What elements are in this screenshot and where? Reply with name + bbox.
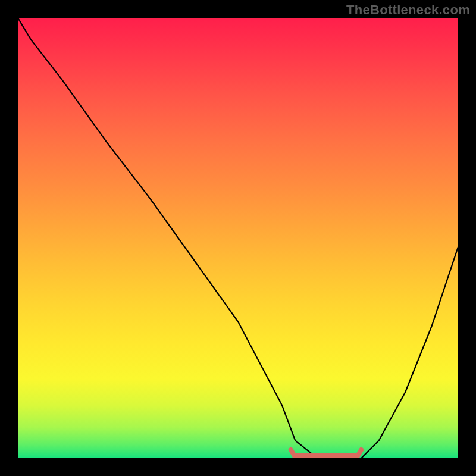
highlight-segment [291,450,361,456]
plot-area [18,18,458,458]
bottleneck-curve [18,18,458,458]
watermark-text: TheBottleneck.com [346,2,470,18]
curve-layer [18,18,458,458]
chart-frame: TheBottleneck.com [0,0,476,476]
